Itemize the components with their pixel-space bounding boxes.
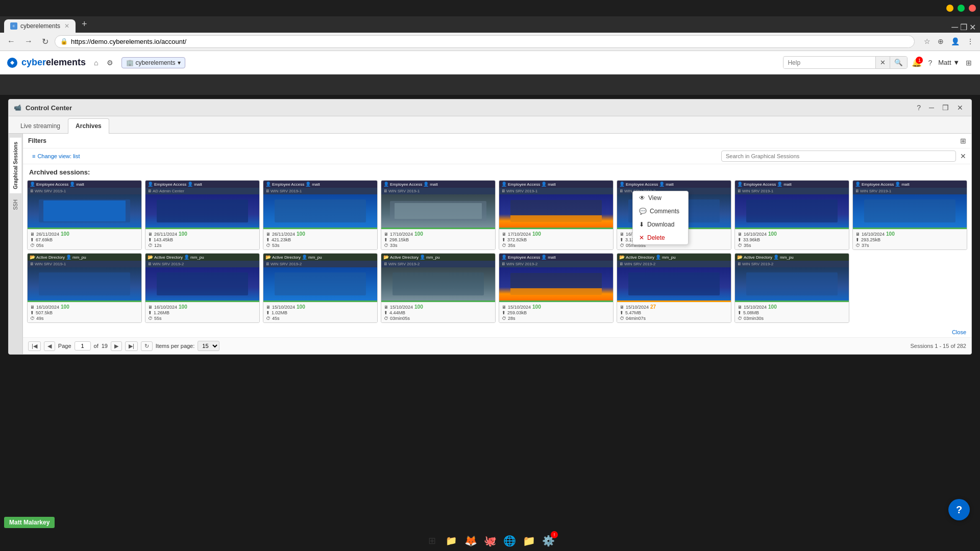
taskbar-firefox-btn[interactable]: 🦊	[463, 533, 478, 548]
session-card-5[interactable]: 👤Employee Access👤matt 🖥WIN SRV 2019-1 🖥1…	[499, 180, 614, 250]
view-change-btn[interactable]: ≡ Change view: list	[28, 151, 84, 161]
window-restore[interactable]	[958, 5, 965, 12]
session-card-6[interactable]: 👤Employee Access👤matt 🖥WIN SRV 2019-2 🖥1…	[617, 180, 731, 250]
session-card-12[interactable]: 📂Active Directory👤mm_pu 🖥WIN SRV 2019-2 …	[381, 253, 496, 323]
back-button[interactable]: ←	[4, 35, 18, 48]
address-bar[interactable]	[71, 38, 909, 45]
context-menu-comments[interactable]: 💬 Comments	[633, 205, 688, 218]
sessions-title: Archived sessions:	[27, 168, 967, 176]
panel-titlebar: 📹 Control Center ? ─ ❒ ✕	[9, 99, 971, 116]
filters-area: Filters ⊞	[23, 134, 971, 148]
page-first-btn[interactable]: |◀	[28, 341, 41, 351]
org-badge[interactable]: 🏢 cyberelements ▾	[121, 57, 185, 68]
card-thumbnail-7	[735, 194, 849, 229]
page-number-input[interactable]	[75, 341, 91, 350]
main-panel-content: Filters ⊞ ≡ Change view: list ✕ Archived…	[23, 134, 971, 354]
window-close[interactable]	[969, 5, 976, 12]
user-tooltip: Matt Malarkey	[4, 517, 55, 528]
window-minimize[interactable]	[946, 5, 953, 12]
bookmark-btn[interactable]: ☆	[922, 35, 933, 47]
settings-icon-btn[interactable]: ⚙	[105, 57, 115, 69]
session-card-11[interactable]: 📂Active Directory👤mm_pu 🖥WIN SRV 2019-2 …	[263, 253, 378, 323]
taskbar-browser-btn[interactable]: 🌐	[502, 533, 517, 548]
taskbar-icon-4[interactable]: 🐙	[482, 533, 498, 548]
settings-btn[interactable]: ⋮	[965, 35, 976, 47]
monitor-icon-2: 🖥	[148, 189, 152, 193]
page-refresh-btn[interactable]: ↻	[141, 341, 153, 351]
page-prev-btn[interactable]: ◀	[44, 341, 55, 351]
card-thumbnail-15	[735, 267, 849, 302]
context-menu-delete[interactable]: ✕ Delete	[633, 231, 688, 244]
help-header-btn[interactable]: ?	[926, 57, 934, 69]
session-card-7[interactable]: 👤Employee Access👤matt 🖥WIN SRV 2019-1 🖥1…	[734, 180, 849, 250]
items-per-page-select[interactable]: 15 25 50	[198, 341, 219, 351]
taskbar-start-btn[interactable]: ⊞	[424, 533, 439, 548]
browser-tabs: c cyberelements ✕ + ─ ❒ ✕	[0, 16, 980, 33]
panel-body: Graphical Sessions SSH Filters ⊞ ≡ Chang…	[9, 134, 971, 354]
session-card-9[interactable]: 📂Active Directory👤mm_pu 🖥WIN SRV 2019-1 …	[27, 253, 142, 323]
context-menu: 👁 View 💬 Comments ⬇ Download	[632, 191, 689, 245]
sidebar-graphical-sessions[interactable]: Graphical Sessions	[10, 138, 21, 193]
extensions-btn[interactable]: ⊕	[936, 35, 946, 47]
home-icon-btn[interactable]: ⌂	[92, 57, 100, 69]
session-card-14[interactable]: 📂Active Directory👤mm_pu 🖥WIN SRV 2019-2 …	[617, 253, 731, 323]
header-search-btn[interactable]: ✕	[875, 57, 890, 68]
taskbar-explorer-btn[interactable]: 📁	[444, 533, 459, 548]
browser-restore-btn[interactable]: ❒	[960, 22, 967, 32]
grid-view-btn[interactable]: ⊞	[964, 57, 974, 69]
panel-help-btn[interactable]: ?	[914, 103, 924, 113]
header-search[interactable]: ✕ 🔍	[783, 56, 908, 69]
browser-titlebar	[0, 0, 980, 16]
context-menu-download[interactable]: ⬇ Download	[633, 218, 688, 231]
profile-btn[interactable]: 👤	[949, 35, 962, 47]
search-clear-btn[interactable]: ✕	[960, 152, 966, 160]
session-card-3[interactable]: 👤Employee Access👤matt 🖥WIN SRV 2019-1 🖥2…	[263, 180, 378, 250]
sidebar-ssh[interactable]: SSH	[10, 195, 21, 214]
session-card-15[interactable]: 📂Active Directory👤mm_pu 🖥WIN SRV 2019-2 …	[734, 253, 849, 323]
desktop-area	[0, 74, 980, 95]
header-search-submit[interactable]: 🔍	[890, 57, 907, 68]
new-tab-button[interactable]: +	[78, 17, 91, 32]
total-pages: 19	[102, 343, 108, 349]
browser-close-btn[interactable]: ✕	[969, 22, 976, 32]
tab-close-btn[interactable]: ✕	[64, 22, 69, 30]
app-header: cyberelements ⌂ ⚙ 🏢 cyberelements ▾ ✕ 🔍 …	[0, 51, 980, 74]
panel-restore-btn[interactable]: ❒	[939, 103, 952, 113]
session-card-13[interactable]: 👤Employee Access👤matt 🖥WIN SRV 2019-2 🖥1…	[499, 253, 614, 323]
session-card-1[interactable]: 👤 Employee Access 👤 matt 🖥 WIN SRV 2019-…	[27, 180, 142, 250]
session-card-4[interactable]: 👤Employee Access👤matt 🖥WIN SRV 2019-1 🖥1…	[381, 180, 496, 250]
close-label[interactable]: Close	[952, 329, 966, 335]
address-bar-container[interactable]: 🔒	[55, 35, 915, 48]
bottom-close-row: Close	[23, 327, 971, 337]
user-menu-btn[interactable]: Matt ▼	[938, 59, 960, 66]
session-card-2[interactable]: 👤Employee Access👤matt 🖥AD Admin Center 🖥…	[145, 180, 260, 250]
filters-expand-btn[interactable]: ⊞	[960, 137, 966, 145]
header-right: ✕ 🔍 🔔 1 ? Matt ▼ ⊞	[783, 56, 974, 69]
header-search-input[interactable]	[783, 57, 875, 68]
tab-live-streaming[interactable]: Live streaming	[13, 118, 68, 133]
card-footer-2: 🖥26/11/2024100 ⬆143.45kB ⏱12s	[145, 229, 259, 249]
time-icon: ⏱	[30, 243, 35, 248]
refresh-button[interactable]: ↻	[39, 35, 52, 48]
card-thumbnail-14	[617, 267, 731, 302]
panel-close-btn[interactable]: ✕	[954, 103, 966, 113]
browser-tab-active[interactable]: c cyberelements ✕	[4, 19, 76, 33]
taskbar-folder-btn[interactable]: 📁	[521, 533, 536, 548]
panel-minimize-btn[interactable]: ─	[926, 103, 937, 113]
sessions-search-input[interactable]	[721, 151, 956, 162]
session-card-10[interactable]: 📂Active Directory👤mm_pu 🖥WIN SRV 2019-2 …	[145, 253, 260, 323]
notification-btn[interactable]: 🔔 1	[912, 58, 922, 67]
help-fab-btn[interactable]: ?	[948, 499, 970, 520]
context-menu-view[interactable]: 👁 View	[633, 191, 688, 205]
session-card-8[interactable]: 👤Employee Access👤matt 🖥WIN SRV 2019-1 🖥1…	[852, 180, 967, 250]
page-next-btn[interactable]: ▶	[111, 341, 122, 351]
browser-minimize-btn[interactable]: ─	[951, 22, 958, 33]
card-header-2: 👤Employee Access👤matt	[145, 181, 259, 188]
monitor-icon: 🖥	[30, 189, 34, 193]
session-count: Sessions 1 - 15 of 282	[911, 343, 966, 349]
page-label: Page	[58, 343, 71, 349]
forward-button[interactable]: →	[21, 35, 36, 48]
taskbar-settings-btn[interactable]: ⚙️ !	[541, 533, 556, 548]
page-last-btn[interactable]: ▶|	[125, 341, 138, 351]
tab-archives[interactable]: Archives	[68, 118, 109, 134]
